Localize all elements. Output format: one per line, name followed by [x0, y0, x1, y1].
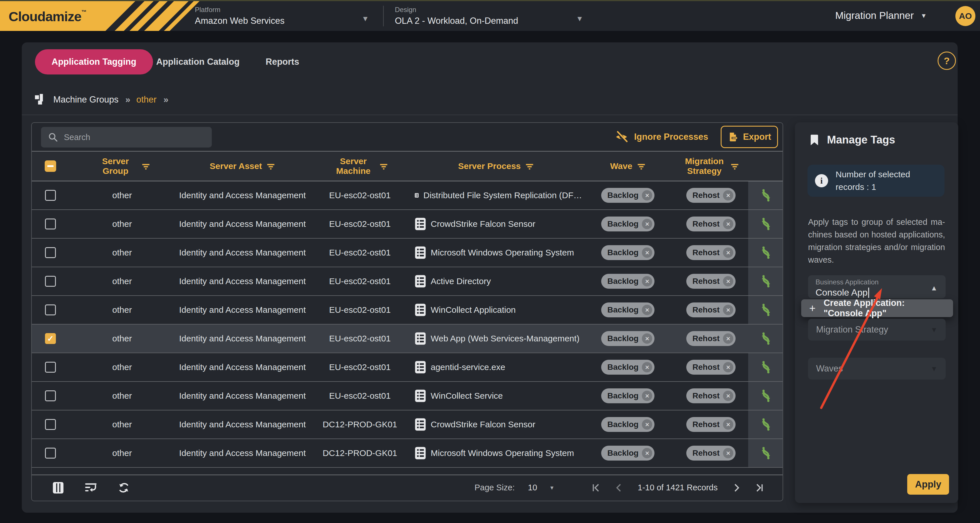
wave-tag[interactable]: Backlog ×	[601, 417, 655, 432]
wave-tag[interactable]: Backlog ×	[601, 188, 655, 203]
table-row[interactable]: other Identity and Access Management EU-…	[32, 324, 783, 353]
column-header-server-asset[interactable]: Server Asset	[175, 161, 310, 171]
process-connections-icon[interactable]	[760, 389, 772, 403]
tab-application-tagging[interactable]: Application Tagging	[35, 49, 153, 75]
first-page-icon[interactable]	[592, 483, 601, 493]
remove-tag-icon[interactable]: ×	[642, 276, 652, 286]
chevron-down-icon[interactable]: ▼	[576, 14, 584, 23]
remove-tag-icon[interactable]: ×	[723, 305, 733, 315]
strategy-tag[interactable]: Rehost ×	[686, 302, 736, 317]
table-row[interactable]: other Identity and Access Management EU-…	[32, 238, 783, 267]
remove-tag-icon[interactable]: ×	[723, 362, 733, 372]
strategy-tag[interactable]: Rehost ×	[686, 331, 736, 346]
wave-tag[interactable]: Backlog ×	[601, 302, 655, 317]
strategy-tag[interactable]: Rehost ×	[686, 388, 736, 403]
wave-tag[interactable]: Backlog ×	[601, 388, 655, 403]
remove-tag-icon[interactable]: ×	[642, 219, 652, 229]
process-connections-icon[interactable]	[760, 246, 772, 259]
strategy-tag[interactable]: Rehost ×	[686, 417, 736, 432]
row-checkbox[interactable]	[45, 390, 56, 401]
chevron-down-icon[interactable]: ▼	[362, 14, 369, 23]
wave-tag[interactable]: Backlog ×	[601, 360, 655, 375]
row-checkbox[interactable]	[45, 333, 56, 344]
row-checkbox[interactable]	[45, 190, 56, 201]
refresh-icon[interactable]	[118, 482, 130, 494]
strategy-tag[interactable]: Rehost ×	[686, 274, 736, 289]
process-connections-icon[interactable]	[760, 303, 772, 317]
brand-logo[interactable]: Cloudamize™	[9, 9, 86, 24]
migration-strategy-select[interactable]: Migration Strategy ▼	[808, 319, 946, 340]
filter-icon[interactable]	[379, 162, 388, 170]
row-checkbox[interactable]	[45, 276, 56, 287]
row-checkbox[interactable]	[45, 247, 56, 258]
remove-tag-icon[interactable]: ×	[723, 334, 733, 344]
remove-tag-icon[interactable]: ×	[642, 334, 652, 344]
process-connections-icon[interactable]	[760, 274, 772, 288]
table-row[interactable]: other Identity and Access Management EU-…	[32, 181, 783, 210]
filter-icon[interactable]	[730, 162, 739, 170]
column-header-server-group[interactable]: Server Group	[69, 156, 175, 176]
remove-tag-icon[interactable]: ×	[723, 190, 733, 200]
next-page-icon[interactable]	[732, 483, 741, 493]
remove-tag-icon[interactable]: ×	[723, 248, 733, 258]
table-row[interactable]: other Identity and Access Management EU-…	[32, 382, 783, 410]
strategy-tag[interactable]: Rehost ×	[686, 360, 736, 375]
filter-icon[interactable]	[525, 162, 534, 170]
waves-select[interactable]: Waves ▼	[808, 358, 946, 380]
process-connections-icon[interactable]	[760, 446, 772, 460]
wrap-text-icon[interactable]	[84, 482, 97, 493]
strategy-tag[interactable]: Rehost ×	[686, 446, 736, 461]
remove-tag-icon[interactable]: ×	[723, 391, 733, 401]
process-connections-icon[interactable]	[760, 332, 772, 345]
process-connections-icon[interactable]	[760, 188, 772, 202]
wave-tag[interactable]: Backlog ×	[601, 446, 655, 461]
table-row[interactable]: other Identity and Access Management EU-…	[32, 267, 783, 296]
remove-tag-icon[interactable]: ×	[723, 419, 733, 430]
platform-select[interactable]: Platform Amazon Web Services	[195, 6, 285, 26]
table-row[interactable]: other Identity and Access Management DC1…	[32, 410, 783, 439]
remove-tag-icon[interactable]: ×	[723, 276, 733, 286]
process-connections-icon[interactable]	[760, 418, 772, 431]
filter-icon[interactable]	[266, 162, 275, 170]
wave-tag[interactable]: Backlog ×	[601, 331, 655, 346]
remove-tag-icon[interactable]: ×	[642, 190, 652, 200]
wave-tag[interactable]: Backlog ×	[601, 245, 655, 260]
columns-icon[interactable]	[52, 482, 64, 494]
table-row[interactable]: other Identity and Access Management EU-…	[32, 210, 783, 238]
remove-tag-icon[interactable]: ×	[642, 391, 652, 401]
row-checkbox[interactable]	[45, 448, 56, 459]
apply-button[interactable]: Apply	[907, 474, 949, 494]
previous-page-icon[interactable]	[614, 483, 623, 493]
breadcrumb-machine-groups[interactable]: Machine Groups	[53, 94, 118, 105]
avatar[interactable]: AO	[955, 6, 975, 26]
strategy-tag[interactable]: Rehost ×	[686, 188, 736, 203]
remove-tag-icon[interactable]: ×	[642, 419, 652, 430]
column-header-wave[interactable]: Wave	[582, 161, 674, 171]
row-checkbox[interactable]	[45, 219, 56, 229]
tab-reports[interactable]: Reports	[266, 49, 299, 75]
table-row[interactable]: other Identity and Access Management EU-…	[32, 353, 783, 382]
last-page-icon[interactable]	[754, 483, 764, 493]
process-connections-icon[interactable]	[760, 360, 772, 374]
design-select[interactable]: Design OLA 2 - Workload, On-Demand	[395, 6, 518, 26]
remove-tag-icon[interactable]: ×	[642, 448, 652, 458]
remove-tag-icon[interactable]: ×	[642, 248, 652, 258]
wave-tag[interactable]: Backlog ×	[601, 216, 655, 231]
remove-tag-icon[interactable]: ×	[642, 305, 652, 315]
remove-tag-icon[interactable]: ×	[642, 362, 652, 372]
strategy-tag[interactable]: Rehost ×	[686, 216, 736, 231]
column-header-server-process[interactable]: Server Process	[410, 161, 582, 171]
chevron-up-icon[interactable]: ▲	[931, 284, 938, 292]
column-header-server-machine[interactable]: Server Machine	[310, 156, 410, 176]
wave-tag[interactable]: Backlog ×	[601, 274, 655, 289]
table-row[interactable]: other Identity and Access Management EU-…	[32, 296, 783, 324]
export-button[interactable]: Export	[721, 126, 778, 148]
search-input[interactable]: Search	[41, 127, 212, 148]
app-menu[interactable]: Migration Planner ▾	[835, 10, 926, 21]
ignore-processes-button[interactable]: Ignore Processes	[615, 123, 708, 151]
select-all-checkbox[interactable]	[45, 161, 56, 172]
process-connections-icon[interactable]	[760, 217, 772, 231]
row-checkbox[interactable]	[45, 362, 56, 373]
row-checkbox[interactable]	[45, 419, 56, 430]
filter-icon[interactable]	[637, 162, 646, 170]
